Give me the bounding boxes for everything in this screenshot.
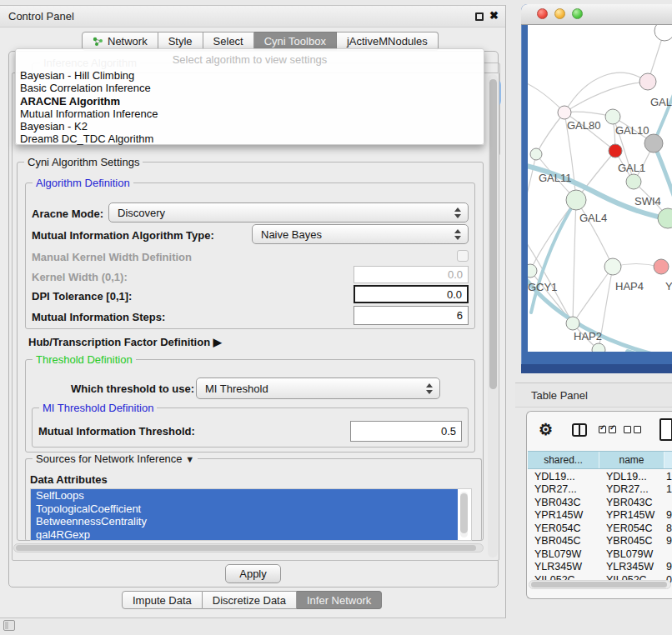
svg-text:GAL1: GAL1: [618, 162, 645, 174]
dpi-tolerance-label: DPI Tolerance [0,1]:: [32, 290, 132, 302]
svg-text:SWI4: SWI4: [634, 195, 661, 208]
algorithm-option[interactable]: Basic Correlation Inference: [16, 82, 484, 94]
dpi-tolerance-field[interactable]: 0.0: [354, 285, 469, 303]
combo-arrows-icon: [426, 383, 433, 394]
svg-text:GAL80: GAL80: [567, 119, 600, 132]
sources-group-title[interactable]: Sources for Network Inference ▼: [33, 452, 198, 465]
kernel-width-field[interactable]: 0.0: [354, 266, 469, 283]
algorithm-option[interactable]: Bayesian - Hill Climbing: [16, 69, 484, 82]
hub-definition-toggle[interactable]: Hub/Transcription Factor Definition ▶: [28, 336, 222, 348]
network-window-titlebar[interactable]: [521, 4, 672, 25]
manual-kernel-width-checkbox[interactable]: [457, 250, 469, 262]
scrollbar-thumb[interactable]: [16, 545, 476, 551]
settings-vertical-scrollbar[interactable]: [488, 74, 498, 558]
aracne-mode-combobox[interactable]: Discovery: [108, 202, 469, 222]
gear-icon[interactable]: ⚙: [539, 420, 553, 439]
algorithm-option-selected[interactable]: ARACNE Algorithm: [16, 95, 484, 108]
table-header-row: shared... name: [528, 451, 672, 469]
list-vertical-scrollbar[interactable]: [460, 492, 468, 538]
mi-threshold-group-title: MI Threshold Definition: [39, 402, 157, 414]
table-body: YDL19...YDL19...13 YDR27...YDR27...12 YB…: [528, 470, 672, 587]
column-header-name[interactable]: name: [599, 452, 664, 468]
list-item[interactable]: BetweennessCentrality: [31, 515, 458, 528]
scrollbar-thumb[interactable]: [460, 493, 468, 533]
control-panel-titlebar: Control Panel ✖: [0, 6, 505, 28]
mi-threshold-label: Mutual Information Threshold:: [38, 425, 195, 438]
tab-impute-data[interactable]: Impute Data: [122, 591, 203, 609]
data-attributes-list[interactable]: SelfLoops TopologicalCoefficient Between…: [30, 488, 472, 541]
network-window-bottom-frame: [521, 364, 672, 373]
mi-steps-label: Mutual Information Steps:: [32, 311, 165, 323]
control-panel-window: Control Panel ✖ Network Style Select Cyn…: [0, 5, 506, 618]
table-row[interactable]: YER054CYER054C8.: [528, 522, 672, 535]
mi-algorithm-type-label: Mutual Information Algorithm Type:: [32, 229, 214, 242]
export-table-icon[interactable]: [659, 418, 672, 441]
zoom-window-icon[interactable]: [572, 8, 583, 19]
collapse-arrow-icon: ▼: [185, 454, 194, 464]
which-threshold-value: MI Threshold: [205, 382, 268, 395]
close-window-icon[interactable]: [537, 8, 548, 19]
list-item[interactable]: gal4RGexp: [31, 528, 458, 542]
mi-algorithm-type-combobox[interactable]: Naive Bayes: [252, 224, 469, 244]
table-row[interactable]: YPR145WYPR145W9.: [528, 509, 672, 522]
mi-steps-field[interactable]: 6: [354, 306, 469, 325]
settings-horizontal-scrollbar[interactable]: [13, 543, 484, 552]
network-view-window[interactable]: GALGAL80GAL10GAL1GAL11GAL4SWI4HAP4YGCY1H…: [521, 4, 672, 373]
scrollbar-thumb[interactable]: [489, 79, 497, 389]
which-threshold-combobox[interactable]: MI Threshold: [196, 378, 440, 399]
control-panel-title: Control Panel: [8, 10, 74, 22]
apply-button[interactable]: Apply: [225, 564, 281, 583]
algorithm-dropdown-popup: Select algorithm to view settings Bayesi…: [15, 48, 484, 145]
scrollbar-thumb[interactable]: [531, 582, 667, 588]
svg-text:HAP4: HAP4: [615, 280, 644, 292]
tab-discretize-data[interactable]: Discretize Data: [203, 591, 297, 609]
network-canvas[interactable]: GALGAL80GAL10GAL1GAL11GAL4SWI4HAP4YGCY1H…: [528, 25, 672, 352]
table-row[interactable]: YLR345WYLR345W9.: [528, 561, 672, 574]
threshold-definition-title: Threshold Definition: [33, 353, 136, 366]
svg-text:GAL11: GAL11: [539, 172, 572, 184]
manual-kernel-width-label: Manual Kernel Width Definition: [32, 251, 192, 263]
combo-arrows-icon: [454, 208, 461, 218]
mi-algorithm-type-value: Naive Bayes: [261, 228, 322, 241]
svg-text:GCY1: GCY1: [528, 281, 557, 293]
table-panel-titlebar: Table Panel: [515, 382, 672, 408]
algorithm-option[interactable]: Dream8 DC_TDC Algorithm: [16, 132, 484, 145]
network-icon: [93, 37, 103, 47]
svg-text:Y: Y: [665, 280, 672, 292]
list-item[interactable]: SelfLoops: [31, 489, 458, 502]
minimize-window-icon[interactable]: [554, 8, 565, 19]
deselect-all-icon[interactable]: [624, 426, 641, 433]
aracne-mode-value: Discovery: [118, 207, 165, 219]
column-header-shared[interactable]: shared...: [528, 452, 599, 468]
svg-text:HAP2: HAP2: [574, 330, 602, 342]
table-row[interactable]: YDR27...YDR27...12: [528, 483, 672, 497]
algorithm-dropdown-prompt: Select algorithm to view settings: [16, 49, 484, 69]
which-threshold-label: Which threshold to use:: [71, 382, 194, 395]
table-row[interactable]: YDL19...YDL19...13: [528, 470, 672, 483]
table-panel-title: Table Panel: [531, 389, 588, 402]
table-row[interactable]: YBR045CYBR045C9.: [528, 535, 672, 548]
close-panel-icon[interactable]: ✖: [489, 9, 499, 22]
list-item[interactable]: TopologicalCoefficient: [31, 502, 458, 516]
algorithm-option[interactable]: Mutual Information Inference: [16, 108, 484, 120]
select-all-icon[interactable]: [599, 426, 616, 433]
table-horizontal-scrollbar[interactable]: [529, 580, 671, 589]
tab-infer-network[interactable]: Infer Network: [297, 591, 382, 609]
column-selector-icon[interactable]: [572, 423, 587, 437]
cyni-algorithm-settings-title: Cyni Algorithm Settings: [24, 156, 143, 168]
table-row[interactable]: YBL079WYBL079W: [528, 548, 672, 561]
algorithm-definition-title: Algorithm Definition: [33, 177, 133, 189]
minimized-panel-icon[interactable]: [3, 620, 15, 631]
kernel-width-label: Kernel Width (0,1):: [32, 271, 128, 283]
float-panel-icon[interactable]: [475, 12, 484, 21]
tab-network-label: Network: [108, 35, 148, 48]
mi-threshold-field[interactable]: 0.5: [350, 421, 462, 442]
svg-text:GAL: GAL: [650, 96, 672, 108]
data-attributes-label: Data Attributes: [30, 473, 108, 486]
bottom-tabbar: Impute Data Discretize Data Infer Networ…: [122, 591, 382, 609]
table-row[interactable]: YBR043CYBR043C: [528, 496, 672, 509]
column-header-extra[interactable]: [664, 452, 672, 468]
algorithm-option[interactable]: Bayesian - K2: [16, 120, 484, 132]
network-graph: GALGAL80GAL10GAL1GAL11GAL4SWI4HAP4YGCY1H…: [528, 25, 672, 352]
svg-text:GAL4: GAL4: [579, 212, 607, 224]
